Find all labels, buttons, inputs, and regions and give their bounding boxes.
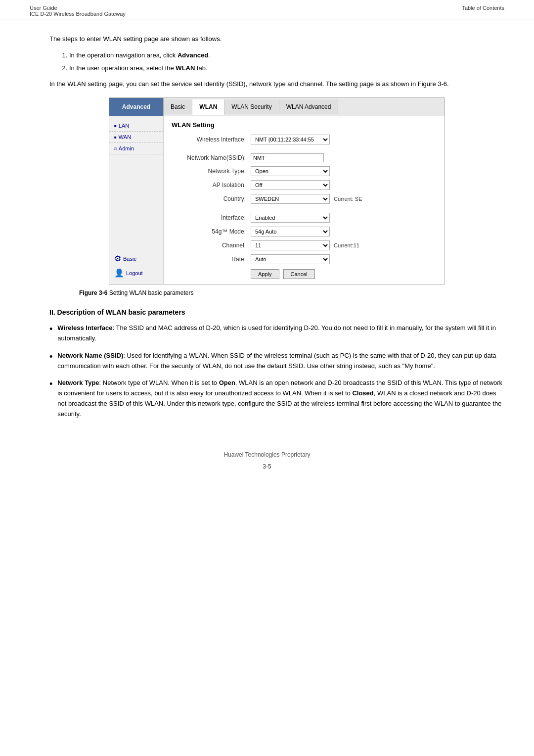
bullet-text-3: Network Type: Network type of WLAN. When… [57, 378, 504, 419]
button-row: Apply Cancel [172, 269, 437, 279]
country-note: Current: SE [334, 196, 362, 202]
sidebar-item-logout[interactable]: 👤 Logout [109, 266, 163, 280]
header-left: User Guide ICE D-20 Wireless Broadband G… [30, 5, 126, 17]
sidebar-item-admin[interactable]: Admin [109, 143, 163, 154]
label-ap-isolation: AP Isolation: [172, 182, 251, 189]
sidebar-item-basic[interactable]: ⚙ Basic [109, 251, 163, 266]
sidebar-bottom: ⚙ Basic 👤 Logout [109, 251, 163, 280]
bullet-dot-2: • [49, 350, 52, 364]
select-rate[interactable]: Auto [251, 254, 330, 264]
bullet-dot-3: • [49, 377, 52, 391]
ui-screenshot-box: Advanced Basic WLAN WLAN Security WLAN A… [109, 97, 445, 284]
bullet-dot-1: • [49, 322, 52, 336]
tab-wlan-advanced[interactable]: WLAN Advanced [279, 99, 339, 114]
select-54g-mode[interactable]: 54g Auto [251, 227, 330, 236]
page-header: User Guide ICE D-20 Wireless Broadband G… [0, 0, 534, 19]
field-wireless-interface: Wireless Interface: NMT (00:11:22:33:44:… [172, 135, 437, 144]
sidebar-item-lan[interactable]: LAN [109, 120, 163, 132]
page-footer-num: 3-5 [0, 463, 534, 470]
field-ap-isolation: AP Isolation: Off [172, 180, 437, 190]
ui-form-content: WLAN Setting Wireless Interface: NMT (00… [164, 116, 445, 284]
field-country: Country: SWEDEN Current: SE [172, 194, 437, 204]
cancel-button[interactable]: Cancel [283, 269, 315, 279]
field-54g-mode: 54g™ Mode: 54g Auto [172, 227, 437, 236]
ui-sidebar: LAN WAN Admin ⚙ Basic 👤 Logout [109, 116, 164, 284]
logout-label: Logout [126, 270, 143, 276]
sidebar-top-items: LAN WAN Admin [109, 120, 163, 154]
steps-list: In the operation navigation area, click … [69, 50, 504, 74]
field-interface: Interface: Enabled [172, 213, 437, 223]
intro-para2: In the WLAN setting page, you can set th… [49, 79, 504, 90]
tabs-bar: Advanced Basic WLAN WLAN Security WLAN A… [109, 98, 445, 116]
bullet-text-2: Network Name (SSID): Used for identifyin… [57, 351, 504, 372]
step1-bold: Advanced [178, 51, 208, 59]
select-interface[interactable]: Enabled [251, 213, 330, 223]
basic-label: Basic [123, 256, 136, 262]
field-rate: Rate: Auto [172, 254, 437, 264]
page-footer: Huawei Technologies Proprietary [0, 441, 534, 463]
tab-wlan-security[interactable]: WLAN Security [224, 99, 279, 114]
header-subtitle: ICE D-20 Wireless Broadband Gateway [30, 11, 126, 17]
step1-text: In the operation navigation area, click … [69, 51, 210, 59]
label-channel: Channel: [172, 242, 251, 249]
sidebar-panel-header: Advanced [109, 98, 164, 116]
field-channel: Channel: 11 Current:11 [172, 240, 437, 250]
desc-section-title: II. Description of WLAN basic parameters [49, 308, 504, 316]
input-ssid[interactable] [251, 153, 324, 162]
select-wireless-interface[interactable]: NMT (00:11:22:33:44:55 [251, 135, 330, 144]
bullet-network-name: • Network Name (SSID): Used for identify… [49, 351, 504, 372]
label-54g-mode: 54g™ Mode: [172, 228, 251, 235]
select-channel[interactable]: 11 [251, 240, 330, 250]
select-country[interactable]: SWEDEN [251, 194, 330, 204]
figure-caption-bold: Figure 3-6 [79, 289, 107, 296]
field-network-name: Network Name(SSID): [172, 153, 437, 162]
header-title: User Guide [30, 5, 126, 11]
field-network-type: Network Type: Open [172, 166, 437, 176]
select-network-type[interactable]: Open [251, 166, 330, 176]
step-1: In the operation navigation area, click … [69, 50, 504, 61]
bullet-list: • Wireless Interface: The SSID and MAC a… [49, 323, 504, 419]
bullet-bold-wireless: Wireless Interface [57, 324, 112, 331]
bullet-wireless-interface: • Wireless Interface: The SSID and MAC a… [49, 323, 504, 344]
channel-note: Current:11 [334, 242, 359, 248]
select-ap-isolation[interactable]: Off [251, 180, 330, 190]
sidebar-item-wan[interactable]: WAN [109, 132, 163, 143]
header-toc: Table of Contents [462, 5, 504, 17]
step2-bold: WLAN [176, 64, 195, 72]
label-country: Country: [172, 195, 251, 202]
tab-wlan[interactable]: WLAN [192, 99, 224, 115]
step2-text: In the user operation area, select the W… [69, 64, 208, 72]
step-2: In the user operation area, select the W… [69, 63, 504, 74]
label-network-type: Network Type: [172, 168, 251, 175]
figure-caption: Figure 3-6 Setting WLAN basic parameters [49, 289, 504, 296]
bullet-bold-ssid: Network Name (SSID) [57, 352, 123, 359]
label-network-name: Network Name(SSID): [172, 154, 251, 161]
footer-company: Huawei Technologies Proprietary [223, 451, 310, 458]
bullet-text-1: Wireless Interface: The SSID and MAC add… [57, 323, 504, 344]
intro-para1: The steps to enter WLAN setting page are… [49, 34, 504, 45]
bullet-network-type: • Network Type: Network type of WLAN. Wh… [49, 378, 504, 419]
label-wireless-interface: Wireless Interface: [172, 136, 251, 143]
tab-basic[interactable]: Basic [164, 99, 192, 114]
ui-main: LAN WAN Admin ⚙ Basic 👤 Logout [109, 116, 445, 284]
person-icon: 👤 [114, 268, 124, 278]
open-bold: Open [219, 379, 235, 386]
closed-bold: Closed [352, 389, 373, 397]
label-rate: Rate: [172, 256, 251, 263]
figure-caption-text: Setting WLAN basic parameters [107, 289, 193, 296]
bullet-bold-network-type: Network Type [57, 379, 99, 386]
wlan-section-title: WLAN Setting [172, 121, 437, 129]
apply-button[interactable]: Apply [251, 269, 279, 279]
label-interface: Interface: [172, 214, 251, 221]
gear-icon: ⚙ [114, 254, 121, 263]
main-content: The steps to enter WLAN setting page are… [0, 19, 534, 441]
description-section: II. Description of WLAN basic parameters… [49, 308, 504, 419]
